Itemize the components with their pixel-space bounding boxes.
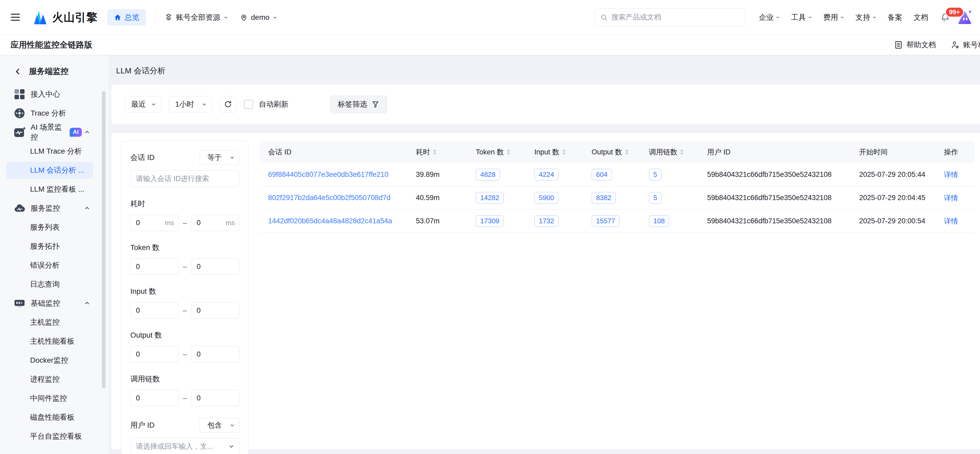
column-header-user_id: 用户 ID: [703, 147, 855, 157]
sidebar-item-进程监控[interactable]: 进程监控: [6, 371, 93, 388]
column-header-input_count[interactable]: Input 数: [530, 147, 587, 157]
help-doc-button[interactable]: 帮助文档: [894, 40, 936, 50]
range-dash: –: [183, 218, 187, 227]
token-min-input[interactable]: 0: [130, 258, 179, 275]
session-id-link[interactable]: 802f2917b2da64e5c00b2f5050708d7d: [268, 194, 391, 202]
output-min-input[interactable]: 0: [130, 346, 179, 362]
token-count-badge: 4828: [476, 169, 500, 180]
account-permission-label: 账号权限: [963, 40, 980, 50]
sidebar-item-错误分析[interactable]: 错误分析: [6, 257, 93, 274]
sidebar-back[interactable]: 服务端监控: [0, 55, 109, 86]
column-header-token_count[interactable]: Token 数: [471, 147, 530, 157]
sidebar-item-服务拓扑[interactable]: 服务拓扑: [6, 238, 93, 255]
column-header-output_count[interactable]: Output 数: [587, 147, 644, 157]
output-count-badge: 8382: [592, 192, 616, 204]
session-id-link[interactable]: 69f884405c8077e3ee0db3e617ffe210: [268, 170, 388, 178]
account-permission-button[interactable]: 账号权限: [951, 40, 980, 50]
sidebar-item-服务列表[interactable]: 服务列表: [6, 219, 93, 236]
logo-text: 火山引擎: [52, 10, 98, 25]
content-panel: 会话 ID 等于 耗时 0 ms –: [111, 133, 980, 449]
detail-link[interactable]: 详情: [944, 171, 958, 179]
hamburger-menu-icon[interactable]: [8, 10, 23, 25]
chevron-up-icon[interactable]: [84, 129, 90, 135]
navbar-link-备案[interactable]: 备案: [888, 13, 902, 22]
home-icon: [114, 14, 121, 21]
input-min-input[interactable]: 0: [130, 302, 179, 319]
sidebar-item-label: LLM 监控看板 ...: [30, 184, 93, 194]
region-selector[interactable]: demo: [240, 13, 277, 22]
detail-link[interactable]: 详情: [944, 194, 958, 202]
global-search[interactable]: [595, 8, 745, 26]
chevron-down-icon: [272, 15, 277, 20]
notification-bell[interactable]: 99+: [940, 13, 950, 22]
detail-link[interactable]: 详情: [944, 217, 958, 225]
sidebar-item-日志查询[interactable]: 日志查询: [6, 276, 93, 293]
navbar-link-支持[interactable]: 支持: [856, 13, 877, 22]
search-input[interactable]: [611, 13, 740, 21]
filter-card: 会话 ID 等于 耗时 0 ms –: [121, 141, 248, 454]
sidebar-scrollbar[interactable]: [102, 91, 105, 388]
navbar-link-费用[interactable]: 费用: [823, 13, 844, 22]
sidebar-item-llm监控看板[interactable]: LLM 监控看板 ...: [6, 181, 93, 198]
sidebar-item-llm会话分析[interactable]: LLM 会话分析 ...: [6, 162, 93, 179]
sidebar-item-llmtrace分析[interactable]: LLM Trace 分析: [6, 143, 93, 160]
trace-max-input[interactable]: 0: [191, 390, 239, 406]
sort-icon[interactable]: [625, 149, 628, 155]
resource-selector[interactable]: 账号全部资源: [164, 13, 228, 22]
column-header-duration[interactable]: 耗时: [412, 147, 471, 157]
session-id-operator-value: 等于: [207, 153, 222, 162]
column-header-trace_count[interactable]: 调用链数: [644, 147, 703, 157]
time-mode-value: 最近: [131, 99, 146, 109]
token-max-input[interactable]: 0: [191, 258, 239, 275]
sidebar-item-label: 错误分析: [30, 260, 93, 270]
sidebar-item-label: 服务监控: [30, 203, 60, 213]
session-id-link[interactable]: 1442df020b65dc4a48a4828d2c41a54a: [268, 217, 392, 225]
refresh-button[interactable]: [220, 96, 236, 112]
sidebar-item-label: 磁盘性能看板: [30, 412, 93, 422]
sidebar-item-接入中心[interactable]: 接入中心: [6, 86, 93, 103]
chevron-up-icon[interactable]: [84, 205, 90, 212]
input-count-badge: 5900: [535, 192, 558, 204]
sort-icon[interactable]: [433, 149, 436, 155]
duration-max-input[interactable]: 0 ms: [191, 215, 239, 231]
overview-button[interactable]: 总览: [107, 9, 146, 25]
cell-session_id: 802f2917b2da64e5c00b2f5050708d7d: [259, 194, 412, 202]
product-header-actions: 帮助文档 账号权限: [894, 35, 980, 55]
user-id-combo-input[interactable]: 请选择或回车输入，支...: [130, 438, 239, 454]
sidebar-menu: 接入中心Trace 分析AI 场景监控AILLM Trace 分析LLM 会话分…: [0, 86, 109, 445]
auto-refresh-checkbox[interactable]: [244, 100, 253, 109]
sidebar-item-中间件监控[interactable]: 中间件监控: [6, 390, 93, 407]
navbar-link-文档[interactable]: 文档: [913, 13, 928, 22]
navbar-link-工具[interactable]: 工具: [791, 13, 812, 22]
layers-icon: [164, 13, 173, 22]
trace-min-input[interactable]: 0: [130, 390, 179, 406]
sidebar-item-平台自监控看板[interactable]: 平台自监控看板: [6, 428, 93, 445]
sidebar-item-磁盘性能看板[interactable]: 磁盘性能看板: [6, 409, 93, 426]
column-header-action: 操作: [940, 147, 975, 157]
sidebar-item-docker监控[interactable]: Docker监控: [6, 352, 93, 369]
duration-min-input[interactable]: 0 ms: [130, 215, 179, 231]
sort-icon[interactable]: [562, 149, 566, 155]
tag-filter-button[interactable]: 标签筛选: [330, 96, 387, 113]
sidebar-item-服务监控[interactable]: 服务监控: [6, 200, 93, 217]
sidebar-item-主机监控[interactable]: 主机监控: [6, 314, 93, 331]
sidebar-item-trace分析[interactable]: Trace 分析: [6, 105, 93, 122]
time-range-select[interactable]: 1小时: [169, 96, 212, 112]
sidebar-item-主机性能看板[interactable]: 主机性能看板: [6, 333, 93, 350]
sidebar-item-ai场景监控[interactable]: AI 场景监控AI: [6, 124, 93, 141]
sidebar-item-基础监控[interactable]: 基础监控: [6, 295, 93, 312]
output-max-input[interactable]: 0: [191, 346, 239, 362]
time-mode-select[interactable]: 最近: [125, 96, 161, 112]
sort-icon[interactable]: [680, 149, 684, 155]
input-max-input[interactable]: 0: [191, 302, 239, 319]
sort-icon[interactable]: [507, 149, 510, 155]
session-id-operator-select[interactable]: 等于: [200, 150, 239, 165]
volcengine-logo[interactable]: 火山引擎: [33, 10, 98, 25]
help-doc-label: 帮助文档: [906, 40, 936, 50]
cell-token_count: 4828: [471, 169, 530, 180]
chevron-up-icon[interactable]: [84, 300, 90, 306]
user-id-operator-select[interactable]: 包含: [200, 418, 239, 433]
session-id-input[interactable]: [136, 175, 234, 183]
navbar-link-企业[interactable]: 企业: [759, 13, 780, 22]
refresh-icon: [224, 100, 232, 108]
